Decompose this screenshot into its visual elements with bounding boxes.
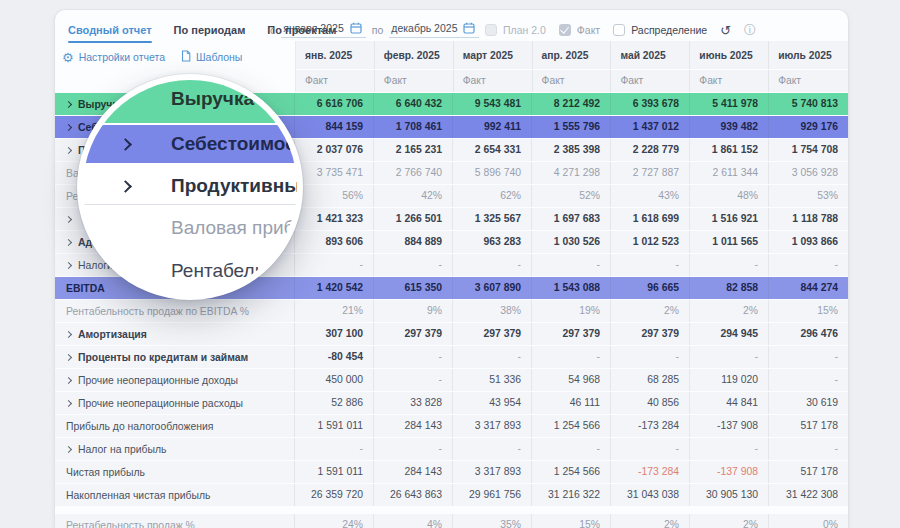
value-cell: 21% <box>295 300 374 322</box>
value-cell: 15% <box>532 514 611 528</box>
table-row[interactable]: Накопленная чистая прибыль26 359 72026 6… <box>55 484 848 506</box>
value-cell: 82 858 <box>690 277 769 299</box>
value-cell: - <box>611 346 690 368</box>
value-cell: -137 908 <box>690 415 769 437</box>
table-row[interactable]: Налог на прибыль------- <box>55 438 848 460</box>
table-row[interactable]: Прочие неоперационные расходы52 88633 82… <box>55 392 848 414</box>
chevron-right-icon[interactable] <box>65 445 72 452</box>
value-cell: -137 908 <box>690 461 769 483</box>
value-cell: 2 727 887 <box>611 162 690 184</box>
calendar-icon[interactable] <box>463 22 475 34</box>
value-cell: 1 591 011 <box>295 461 374 483</box>
table-row[interactable]: Прочие неоперационные доходы450 000-51 3… <box>55 369 848 391</box>
report-settings-button[interactable]: ⚙ Настройки отчета <box>62 51 165 64</box>
value-cell: - <box>295 254 374 276</box>
tab-summary-report[interactable]: Сводный отчет <box>68 24 152 36</box>
value-cell: 2 165 231 <box>374 139 453 161</box>
value-cell: 4 271 298 <box>532 162 611 184</box>
value-cell: 3 317 893 <box>453 415 532 437</box>
value-cell: 1 118 788 <box>769 208 848 230</box>
report-page: Сводный отчет По периодам По проектам с … <box>0 0 900 528</box>
row-label: Чистая прибыль <box>66 467 145 478</box>
value-cell: 43 954 <box>453 392 532 414</box>
toggle-plan20[interactable]: План 2.0 <box>485 24 546 36</box>
date-from-input[interactable]: января 2025 <box>281 22 365 38</box>
value-cell: 3 056 928 <box>769 162 848 184</box>
info-icon[interactable]: ⓘ <box>744 24 756 36</box>
gear-icon: ⚙ <box>62 51 74 64</box>
tab-by-periods[interactable]: По периодам <box>174 24 246 36</box>
chevron-right-icon[interactable] <box>65 353 72 360</box>
column-month-header: июнь 2025 <box>690 41 769 69</box>
templates-button[interactable]: Шаблоны <box>181 48 242 66</box>
value-cell: 51 336 <box>453 369 532 391</box>
table-row[interactable]: Рентабельность продаж %24%4%35%15%2%2%0% <box>55 514 848 528</box>
row-label: Амортизация <box>78 329 147 340</box>
value-cell: 5 896 740 <box>453 162 532 184</box>
lens-row: Себестоимость <box>83 125 297 163</box>
row-label: Прочие неоперационные расходы <box>78 398 243 409</box>
magnifier-lens-content: ВыручкаСебестоимостьПродуктивный персона… <box>83 80 297 294</box>
chevron-right-icon[interactable] <box>65 146 72 153</box>
column-month-header: апр. 2025 <box>533 41 612 69</box>
value-cell: 4% <box>374 514 453 528</box>
table-row[interactable]: Чистая прибыль1 591 011284 1433 317 8931… <box>55 461 848 483</box>
chevron-right-icon[interactable] <box>65 261 72 268</box>
value-cell: 62% <box>453 185 532 207</box>
row-label-cell: Амортизация <box>55 323 295 345</box>
chevron-right-icon[interactable] <box>65 215 72 222</box>
checkbox-distribution[interactable] <box>613 24 625 36</box>
checkbox-plan20[interactable] <box>485 24 497 36</box>
value-cell: 2 611 344 <box>690 162 769 184</box>
value-cell: - <box>532 346 611 368</box>
table-row[interactable]: Проценты по кредитам и займам-80 454----… <box>55 346 848 368</box>
value-cell: 1 012 523 <box>611 231 690 253</box>
value-cell: 54 968 <box>532 369 611 391</box>
chevron-right-icon[interactable] <box>65 123 72 130</box>
value-cell: 24% <box>295 514 374 528</box>
row-label: Прочие неоперационные доходы <box>78 375 238 386</box>
value-cell: 1 555 796 <box>532 116 611 138</box>
checkbox-fact[interactable] <box>559 24 571 36</box>
value-cell: 1 011 565 <box>690 231 769 253</box>
chevron-right-icon[interactable] <box>65 376 72 383</box>
value-cell: 29 961 756 <box>453 484 532 506</box>
column-fact-subheader: Факт <box>611 70 690 92</box>
row-label-cell: Чистая прибыль <box>55 461 295 483</box>
value-cell: 40 856 <box>611 392 690 414</box>
value-cell: 1 420 542 <box>295 277 374 299</box>
value-cell: 884 889 <box>374 231 453 253</box>
value-cell: 56% <box>295 185 374 207</box>
row-label-cell: Прибыль до налогообложения <box>55 415 295 437</box>
document-icon <box>181 48 191 66</box>
value-cell: - <box>769 346 848 368</box>
value-cell: -173 284 <box>611 461 690 483</box>
value-cell: 844 159 <box>295 116 374 138</box>
column-fact-subheader: Факт <box>690 70 769 92</box>
lens-row: Валовая прибыль <box>83 206 297 250</box>
value-cell: 119 020 <box>690 369 769 391</box>
value-cell: 297 379 <box>374 323 453 345</box>
chevron-right-icon[interactable] <box>65 330 72 337</box>
toggle-fact[interactable]: Факт <box>559 24 600 36</box>
chevron-right-icon[interactable] <box>65 399 72 406</box>
value-cell: 297 379 <box>453 323 532 345</box>
chevron-right-icon[interactable] <box>65 100 72 107</box>
toggle-distribution[interactable]: Распределение <box>613 24 707 36</box>
date-range: с января 2025 по декабрь 2025 <box>270 19 479 41</box>
date-to-input[interactable]: декабрь 2025 <box>389 22 479 38</box>
value-cell: - <box>453 346 532 368</box>
value-cell: 8 212 492 <box>532 93 611 115</box>
undo-icon[interactable]: ↺ <box>720 24 731 37</box>
table-row[interactable]: Амортизация307 100297 379297 379297 3792… <box>55 323 848 345</box>
calendar-icon[interactable] <box>350 22 362 34</box>
value-cell: 1 754 708 <box>769 139 848 161</box>
display-toggles: План 2.0 Факт Распределение ↺ ⓘ <box>485 19 756 41</box>
lens-row-label: Валовая прибыль <box>171 217 297 239</box>
value-cell: - <box>295 438 374 460</box>
chevron-right-icon[interactable] <box>65 238 72 245</box>
table-row[interactable]: Прибыль до налогообложения1 591 011284 1… <box>55 415 848 437</box>
value-cell: 5 411 978 <box>690 93 769 115</box>
table-row[interactable]: Рентабельность продаж по EBITDA %21%9%38… <box>55 300 848 322</box>
column-month-header: февр. 2025 <box>375 41 454 69</box>
